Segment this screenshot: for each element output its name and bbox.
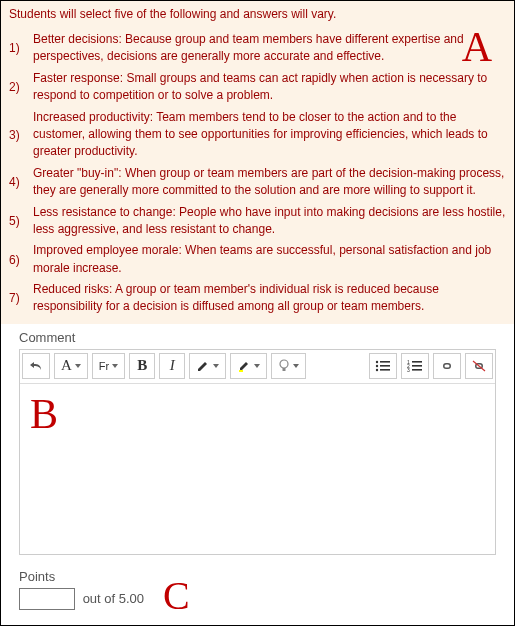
item-text: Better decisions: Because group and team… <box>33 29 506 68</box>
list-item: 3) Increased productivity: Team members … <box>9 107 506 163</box>
points-label: Points <box>19 569 514 584</box>
link-icon <box>439 359 455 373</box>
svg-point-1 <box>280 360 288 368</box>
list-item: 1) Better decisions: Because group and t… <box>9 29 506 68</box>
font-color-dropdown[interactable]: A <box>54 353 88 379</box>
chevron-down-icon <box>75 364 81 368</box>
unlink-icon <box>471 359 487 373</box>
list-item: 5) Less resistance to change: People who… <box>9 202 506 241</box>
svg-point-7 <box>376 369 378 371</box>
svg-line-15 <box>473 361 485 371</box>
svg-point-5 <box>376 365 378 367</box>
comment-textarea[interactable]: B <box>20 384 495 554</box>
editor-toolbar: A Fr B I 123 <box>20 350 495 384</box>
chevron-down-icon <box>213 364 219 368</box>
link-button[interactable] <box>433 353 461 379</box>
list-item: 7) Reduced risks: A group or team member… <box>9 279 506 318</box>
svg-point-3 <box>376 361 378 363</box>
item-number: 5) <box>9 202 33 241</box>
chevron-down-icon <box>112 364 118 368</box>
font-color-label: A <box>61 357 72 374</box>
points-suffix: out of 5.00 <box>83 591 144 606</box>
item-number: 1) <box>9 29 33 68</box>
bullet-list-button[interactable] <box>369 353 397 379</box>
rich-text-editor: A Fr B I 123 B <box>19 349 496 555</box>
answer-key-block: Students will select five of the followi… <box>1 1 514 324</box>
numbered-list-icon: 123 <box>407 359 423 373</box>
svg-rect-2 <box>283 368 286 371</box>
item-text: Less resistance to change: People who ha… <box>33 202 506 241</box>
instruction-text: Students will select five of the followi… <box>9 7 506 21</box>
item-text: Improved employee morale: When teams are… <box>33 240 506 279</box>
italic-button[interactable]: I <box>159 353 185 379</box>
insert-dropdown[interactable] <box>271 353 306 379</box>
item-text: Reduced risks: A group or team member's … <box>33 279 506 318</box>
chevron-down-icon <box>293 364 299 368</box>
svg-text:3: 3 <box>407 367 410 373</box>
undo-icon <box>29 359 43 373</box>
svg-rect-0 <box>239 370 243 372</box>
item-number: 2) <box>9 68 33 107</box>
list-item: 2) Faster response: Small groups and tea… <box>9 68 506 107</box>
lightbulb-icon <box>278 359 290 373</box>
bold-button[interactable]: B <box>129 353 155 379</box>
svg-rect-8 <box>380 369 390 371</box>
item-text: Increased productivity: Team members ten… <box>33 107 506 163</box>
undo-button[interactable] <box>22 353 50 379</box>
bullet-list-icon <box>375 359 391 373</box>
svg-rect-6 <box>380 365 390 367</box>
item-number: 7) <box>9 279 33 318</box>
text-color-dropdown[interactable] <box>189 353 226 379</box>
comment-label: Comment <box>19 330 514 345</box>
svg-rect-4 <box>380 361 390 363</box>
item-number: 4) <box>9 163 33 202</box>
highlighter-icon <box>237 359 251 373</box>
chevron-down-icon <box>254 364 260 368</box>
highlight-dropdown[interactable] <box>230 353 267 379</box>
points-input[interactable] <box>19 588 75 610</box>
svg-rect-14 <box>412 369 422 371</box>
svg-rect-12 <box>412 365 422 367</box>
points-block: Points out of 5.00 <box>19 569 514 610</box>
list-item: 4) Greater "buy-in": When group or team … <box>9 163 506 202</box>
item-number: 6) <box>9 240 33 279</box>
svg-rect-10 <box>412 361 422 363</box>
numbered-list-button[interactable]: 123 <box>401 353 429 379</box>
answer-list: 1) Better decisions: Because group and t… <box>9 29 506 318</box>
item-text: Greater "buy-in": When group or team mem… <box>33 163 506 202</box>
unlink-button[interactable] <box>465 353 493 379</box>
font-family-label: Fr <box>99 360 109 372</box>
font-family-dropdown[interactable]: Fr <box>92 353 125 379</box>
pencil-icon <box>196 359 210 373</box>
item-number: 3) <box>9 107 33 163</box>
item-text: Faster response: Small groups and teams … <box>33 68 506 107</box>
list-item: 6) Improved employee morale: When teams … <box>9 240 506 279</box>
